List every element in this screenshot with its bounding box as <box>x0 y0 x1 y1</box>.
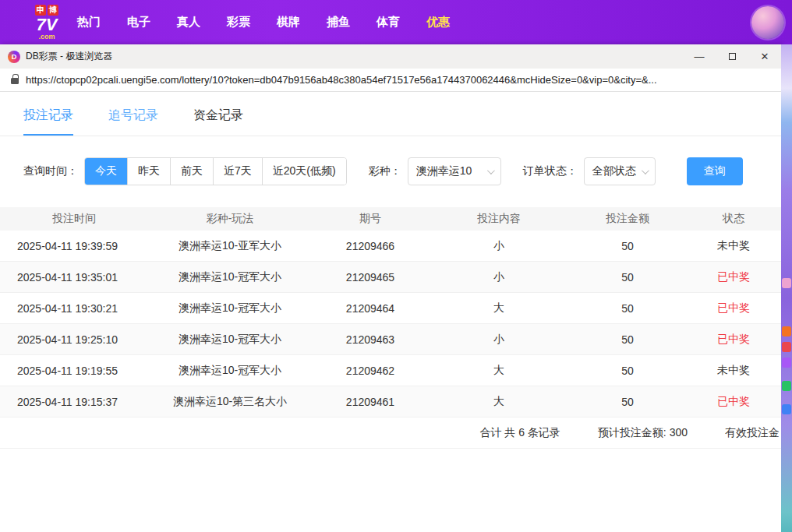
order-status-value: 全部状态 <box>592 164 636 178</box>
browser-window: D DB彩票 - 极速浏览器 — ✕ https://ctopcp02pcali… <box>0 44 781 532</box>
column-header-amount: 投注金额 <box>569 212 686 226</box>
page-content: 投注记录追号记录资金记录 查询时间： 今天昨天前天近7天近20天(低频) 彩种：… <box>0 92 781 532</box>
table-row: 2025-04-11 19:15:37澳洲幸运10-第三名大小21209461大… <box>0 386 781 417</box>
bet-records-table: 投注时间彩种-玩法期号投注内容投注金额状态 2025-04-11 19:39:5… <box>0 207 781 449</box>
cell-amount: 50 <box>569 240 686 252</box>
decoration <box>782 326 791 336</box>
cell-time: 2025-04-11 19:35:01 <box>0 271 148 284</box>
screen: 申 博 7V .com 热门电子真人彩票棋牌捕鱼体育优惠 D DB彩票 - 极速… <box>0 0 792 532</box>
close-button[interactable]: ✕ <box>748 44 781 69</box>
cell-status: 已中奖 <box>686 270 781 284</box>
lottery-select-value: 澳洲幸运10 <box>416 164 472 178</box>
search-button[interactable]: 查询 <box>687 157 743 185</box>
minimize-button[interactable]: — <box>683 44 716 69</box>
tab-bet-records[interactable]: 投注记录 <box>23 107 73 136</box>
maximize-button[interactable] <box>716 44 748 69</box>
cell-amount: 50 <box>569 396 686 408</box>
column-header-game: 彩种-玩法 <box>148 212 312 226</box>
table-row: 2025-04-11 19:39:59澳洲幸运10-亚军大小21209466小5… <box>0 231 781 262</box>
top-nav-bar: 申 博 7V .com 热门电子真人彩票棋牌捕鱼体育优惠 <box>0 0 792 44</box>
column-header-time: 投注时间 <box>0 212 148 226</box>
window-controls: — ✕ <box>683 44 781 69</box>
cell-amount: 50 <box>569 271 686 284</box>
cell-status: 已中奖 <box>686 301 781 315</box>
summary-expected-amount: 预计投注金额: 300 <box>598 426 688 440</box>
cell-content: 大 <box>429 301 569 315</box>
lock-icon <box>11 78 19 84</box>
cell-amount: 50 <box>569 302 686 315</box>
cell-issue: 21209464 <box>312 302 429 315</box>
chevron-down-icon <box>487 167 495 174</box>
cell-issue: 21209462 <box>312 365 429 377</box>
column-header-status: 状态 <box>686 212 781 226</box>
tab-fund-records[interactable]: 资金记录 <box>193 107 243 136</box>
chevron-down-icon <box>642 167 649 174</box>
cell-time: 2025-04-11 19:15:37 <box>0 396 148 408</box>
nav-item-fishing[interactable]: 捕鱼 <box>325 10 352 34</box>
decoration <box>782 404 791 414</box>
cell-issue: 21209466 <box>312 240 429 252</box>
cell-time: 2025-04-11 19:30:21 <box>0 302 148 315</box>
cell-content: 小 <box>429 239 569 253</box>
cell-time: 2025-04-11 19:39:59 <box>0 240 148 252</box>
logo-badge-1: 申 <box>35 5 46 16</box>
logo-badge-2: 博 <box>48 5 58 16</box>
cell-time: 2025-04-11 19:25:10 <box>0 333 148 346</box>
column-header-issue: 期号 <box>312 212 429 226</box>
decoration <box>782 358 791 368</box>
url-text: https://ctopcp02pcali.uengi5e.com/lotter… <box>26 74 657 86</box>
nav-item-live[interactable]: 真人 <box>175 10 202 34</box>
user-avatar[interactable] <box>751 6 784 39</box>
logo-sub-text: .com <box>38 33 55 41</box>
time-filter-yesterday[interactable]: 昨天 <box>127 158 170 185</box>
lottery-select[interactable]: 澳洲幸运10 <box>408 157 501 185</box>
table-summary-row: 合计 共 6 条记录 预计投注金额: 300 有效投注金 <box>0 417 781 449</box>
maximize-icon <box>729 53 736 60</box>
cell-game: 澳洲幸运10-冠军大小 <box>148 333 312 347</box>
time-filter-label: 查询时间： <box>23 164 78 178</box>
cell-status: 已中奖 <box>686 395 781 409</box>
tab-chase-records[interactable]: 追号记录 <box>108 107 158 136</box>
cell-status: 已中奖 <box>686 333 781 347</box>
cell-amount: 50 <box>569 333 686 346</box>
cell-game: 澳洲幸运10-第三名大小 <box>148 395 312 409</box>
nav-item-chess[interactable]: 棋牌 <box>275 10 302 34</box>
db-browser-logo-icon: D <box>8 51 20 63</box>
cell-content: 大 <box>429 395 569 409</box>
lottery-label: 彩种： <box>369 164 401 178</box>
table-row: 2025-04-11 19:25:10澳洲幸运10-冠军大小21209463小5… <box>0 324 781 355</box>
cell-game: 澳洲幸运10-冠军大小 <box>148 364 312 378</box>
nav-item-lottery[interactable]: 彩票 <box>225 10 252 34</box>
cell-issue: 21209465 <box>312 271 429 284</box>
filter-bar: 查询时间： 今天昨天前天近7天近20天(低频) 彩种： 澳洲幸运10 订单状态：… <box>23 157 781 185</box>
order-status-select[interactable]: 全部状态 <box>584 157 656 185</box>
time-filter-day-before[interactable]: 前天 <box>170 158 213 185</box>
nav-item-promo[interactable]: 优惠 <box>425 10 451 34</box>
table-header-row: 投注时间彩种-玩法期号投注内容投注金额状态 <box>0 207 781 231</box>
cell-amount: 50 <box>569 365 686 377</box>
top-menu: 热门电子真人彩票棋牌捕鱼体育优惠 <box>76 10 451 34</box>
decoration <box>782 381 791 391</box>
time-filter-group: 今天昨天前天近7天近20天(低频) <box>84 157 347 185</box>
nav-item-hot[interactable]: 热门 <box>76 10 102 34</box>
summary-valid-amount: 有效投注金 <box>725 426 781 440</box>
time-filter-last-20-days[interactable]: 近20天(低频) <box>262 158 346 185</box>
cell-status: 未中奖 <box>686 364 781 378</box>
table-row: 2025-04-11 19:35:01澳洲幸运10-冠军大小21209465小5… <box>0 262 781 293</box>
nav-item-slots[interactable]: 电子 <box>126 10 152 34</box>
cell-content: 小 <box>429 333 569 347</box>
nav-item-sports[interactable]: 体育 <box>375 10 401 34</box>
time-filter-today[interactable]: 今天 <box>85 158 127 185</box>
logo-main-text: 7V <box>37 16 58 33</box>
cell-status: 未中奖 <box>686 239 781 253</box>
cell-game: 澳洲幸运10-冠军大小 <box>148 270 312 284</box>
site-logo[interactable]: 申 博 7V .com <box>35 5 58 41</box>
summary-total: 合计 共 6 条记录 <box>479 426 560 440</box>
cell-issue: 21209461 <box>312 396 429 408</box>
logo-badges: 申 博 <box>35 5 58 16</box>
cell-content: 大 <box>429 364 569 378</box>
cell-time: 2025-04-11 19:19:55 <box>0 365 148 377</box>
time-filter-last-7-days[interactable]: 近7天 <box>213 158 262 185</box>
record-tabs: 投注记录追号记录资金记录 <box>0 92 781 136</box>
address-bar[interactable]: https://ctopcp02pcali.uengi5e.com/lotter… <box>0 69 781 92</box>
